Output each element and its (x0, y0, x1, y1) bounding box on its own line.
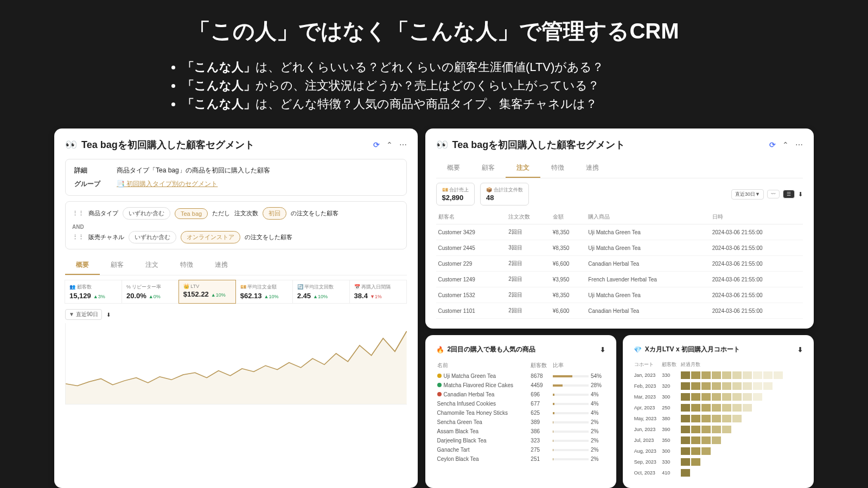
heat-cell (753, 393, 762, 401)
tab-概要[interactable]: 概要 (65, 256, 100, 275)
heat-cell (743, 404, 752, 412)
tab-顧客[interactable]: 顧客 (471, 159, 506, 178)
fire-icon: 🔥 (436, 346, 444, 354)
refresh-icon[interactable]: ⟳ (769, 140, 776, 149)
table-row[interactable]: Ceylon Black Tea2512% (436, 454, 605, 464)
download-icon[interactable]: ⬇ (106, 312, 111, 318)
bullet-item: 「こんな人」からの、注文状況はどうか？売上はどのくらい上がっている？ (182, 78, 705, 94)
col-header: 金額 (551, 210, 586, 224)
tab-注文[interactable]: 注文 (506, 159, 540, 178)
cohort-row[interactable]: Apr, 2023250 (634, 402, 803, 413)
table-row[interactable]: Sencha Green Tea3892% (436, 418, 605, 427)
cohort-row[interactable]: Jun, 2023390 (634, 424, 803, 435)
more-icon[interactable]: ⋯ (795, 140, 803, 149)
table-row[interactable]: Ganache Tart2752% (436, 445, 605, 454)
col-header: 顧客数 (661, 359, 680, 370)
filter2-cond-chip[interactable]: いずれか含む (129, 231, 176, 243)
chart-toggle-icon[interactable]: 〰 (767, 190, 780, 198)
detail-label: 詳細 (74, 166, 101, 175)
filter-tag-chip[interactable]: Tea bag (175, 208, 208, 219)
segment-orders-card: 👀 Tea bagを初回購入した顧客セグメント ⟳ ⌃ ⋯ 概要顧客注文特徴連携… (425, 129, 814, 329)
tab-特徴[interactable]: 特徴 (169, 256, 204, 275)
table-row[interactable]: Customer 34292回目¥8,350Uji Matcha Green T… (436, 224, 803, 240)
tab-連携[interactable]: 連携 (204, 256, 239, 275)
filter2-tag-chip[interactable]: オンラインストア (181, 231, 240, 243)
heat-cell (691, 404, 700, 412)
filter-cond2: 注文次数 (234, 209, 258, 217)
stat-cell[interactable]: 🔄 平均注文回数2.45▲10% (292, 280, 350, 304)
heat-cell (701, 393, 711, 401)
table-row[interactable]: Darjeeling Black Tea3232% (436, 436, 605, 445)
tab-顧客[interactable]: 顧客 (100, 256, 135, 275)
heat-cell (691, 436, 700, 444)
heat-cell (691, 447, 700, 455)
cohort-row[interactable]: Mar, 2023300 (634, 391, 803, 402)
list-toggle-icon[interactable]: ☰ (783, 190, 795, 198)
col-header: 顧客数 (529, 359, 552, 371)
refresh-icon[interactable]: ⟳ (373, 140, 380, 149)
more-icon[interactable]: ⋯ (399, 140, 407, 149)
heat-cell (681, 393, 690, 401)
group-link[interactable]: 📑 初回購入タイプ別のセグメント (117, 179, 218, 189)
table-row[interactable]: Chamomile Tea Honey Sticks6254% (436, 408, 605, 418)
heat-cell (732, 371, 742, 379)
heat-cell (681, 404, 690, 412)
table-row[interactable]: Customer 15322回目¥8,350Uji Matcha Green T… (436, 287, 803, 303)
cohort-row[interactable]: Sep, 2023330 (634, 457, 803, 467)
tab-概要[interactable]: 概要 (436, 159, 471, 178)
table-row[interactable]: Canadian Herbal Tea6964% (436, 390, 605, 399)
cohort-row[interactable]: May, 2023380 (634, 413, 803, 424)
download-icon[interactable]: ⬇ (798, 191, 803, 198)
heat-cell (732, 415, 742, 422)
heat-cell (722, 415, 731, 422)
heat-cell (691, 393, 700, 401)
table-row[interactable]: Assam Black Tea3862% (436, 427, 605, 436)
table-row[interactable]: Customer 11012回目¥6,600Canadian Herbal Te… (436, 303, 803, 319)
cohort-row[interactable]: Oct, 2023410 (634, 467, 803, 478)
filter-mid: ただし (212, 209, 230, 217)
table-row[interactable]: Matcha Flavored Rice Cakes445928% (436, 381, 605, 390)
filter-cond-chip[interactable]: いずれか含む (123, 207, 170, 220)
eyes-icon: 👀 (436, 139, 448, 151)
filter-post: の注文をした顧客 (291, 209, 339, 217)
heat-cell (712, 371, 721, 379)
table-row[interactable]: Sencha Infused Cookies6774% (436, 399, 605, 408)
filter-icon: ⋮⋮ (72, 234, 84, 241)
heat-cell (722, 382, 731, 390)
col-header: コホート (634, 359, 662, 370)
table-row[interactable]: Uji Matcha Green Tea867854% (436, 371, 605, 381)
filter-tag2-chip[interactable]: 初回 (263, 207, 286, 220)
heat-cell (712, 393, 721, 401)
cohort-row[interactable]: Feb, 2023320 (634, 381, 803, 391)
heat-cell (701, 415, 711, 422)
stat-cell[interactable]: 📅 再購入日間隔38.4▼1% (349, 280, 407, 304)
stat-cell[interactable]: 👑 LTV$152.22▲10% (178, 280, 236, 304)
heat-cell (712, 382, 721, 390)
stat-cell[interactable]: 💴 平均注文金額$62.13▲10% (235, 280, 293, 304)
table-row[interactable]: Customer 12492回目¥3,950French Lavender He… (436, 272, 803, 287)
cohort-row[interactable]: Jul, 2023350 (634, 435, 803, 446)
stat-cell[interactable]: 👥 顧客数15,129▲3% (65, 280, 122, 304)
collapse-icon[interactable]: ⌃ (782, 140, 789, 149)
cohort-row[interactable]: Jan, 2023330 (634, 370, 803, 381)
heat-cell (681, 415, 690, 422)
segment-tabs-right: 概要顧客注文特徴連携 (436, 159, 803, 178)
heat-cell (753, 371, 762, 379)
cohort-row[interactable]: Aug, 2023300 (634, 446, 803, 457)
period-select[interactable]: ▼ 直近90日 (65, 309, 102, 320)
download-icon[interactable]: ⬇ (797, 346, 803, 354)
tab-注文[interactable]: 注文 (135, 256, 169, 275)
period-chip[interactable]: 直近30日▼ (731, 189, 764, 200)
table-row[interactable]: Customer 2292回目¥6,600Canadian Herbal Tea… (436, 256, 803, 272)
collapse-icon[interactable]: ⌃ (386, 140, 393, 149)
heat-cell (763, 371, 773, 379)
table-row[interactable]: Customer 24453回目¥8,350Uji Matcha Green T… (436, 240, 803, 256)
tab-特徴[interactable]: 特徴 (540, 159, 575, 178)
tab-連携[interactable]: 連携 (575, 159, 610, 178)
heat-cell (701, 371, 711, 379)
cohort-table: コホート顧客数経過月数 Jan, 2023330Feb, 2023320Mar,… (634, 359, 803, 478)
heat-cell (691, 415, 700, 422)
heat-cell (712, 404, 721, 412)
download-icon[interactable]: ⬇ (600, 346, 605, 354)
stat-cell[interactable]: % リピーター率20.0%▲0% (122, 280, 179, 304)
